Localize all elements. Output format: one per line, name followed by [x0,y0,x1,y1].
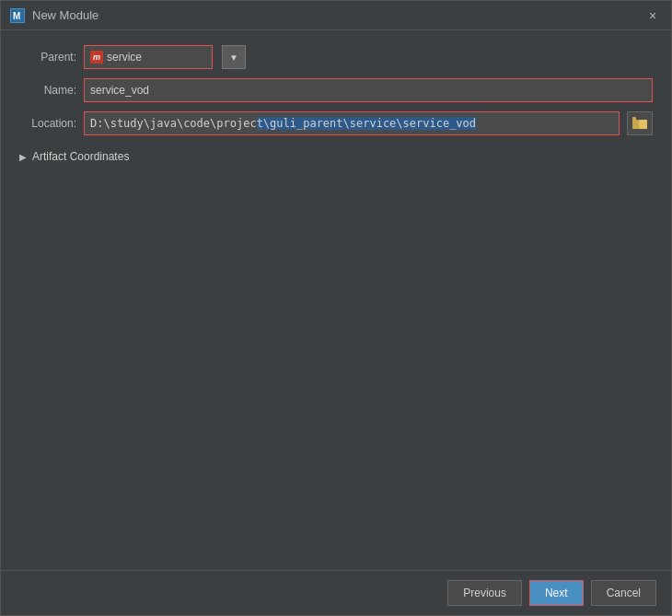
previous-button[interactable]: Previous [447,580,522,606]
dialog-footer: Previous Next Cancel [1,570,671,615]
expand-icon: ▶ [19,152,27,162]
location-label: Location: [19,117,76,130]
parent-label: Parent: [19,51,76,64]
name-row: Name: [19,78,653,102]
next-button[interactable]: Next [529,580,584,606]
artifact-coordinates-toggle[interactable]: ▶ Artifact Coordinates [19,148,653,165]
new-module-dialog: M New Module × Parent: m service ▼ Name: [0,0,672,616]
folder-browse-button[interactable] [627,111,653,135]
chevron-down-icon: ▼ [229,52,238,63]
close-button[interactable]: × [643,6,662,25]
svg-rect-3 [632,117,636,121]
location-prefix: D:\study\java\code\projec [90,117,257,130]
maven-icon: m [90,51,103,64]
svg-rect-5 [639,122,647,129]
svg-text:M: M [13,11,20,21]
artifact-label: Artifact Coordinates [32,150,129,163]
title-bar: M New Module × [1,1,671,30]
dialog-icon: M [10,8,25,23]
cancel-button[interactable]: Cancel [591,580,656,606]
name-label: Name: [19,84,76,97]
parent-row: Parent: m service ▼ [19,45,653,69]
dialog-title: New Module [32,8,636,22]
parent-input-box[interactable]: m service [84,45,213,69]
location-display[interactable]: D:\study\java\code\project\guli_parent\s… [84,111,620,135]
parent-dropdown-button[interactable]: ▼ [222,45,246,69]
svg-rect-2 [632,120,639,129]
location-highlight: t\guli_parent\service\service_vod [257,117,476,130]
parent-value: service [107,51,142,64]
location-row: Location: D:\study\java\code\project\gul… [19,111,653,135]
dialog-body: Parent: m service ▼ Name: Location: D:\s… [1,30,671,570]
name-input[interactable] [84,78,653,102]
artifact-section: ▶ Artifact Coordinates [19,148,653,165]
